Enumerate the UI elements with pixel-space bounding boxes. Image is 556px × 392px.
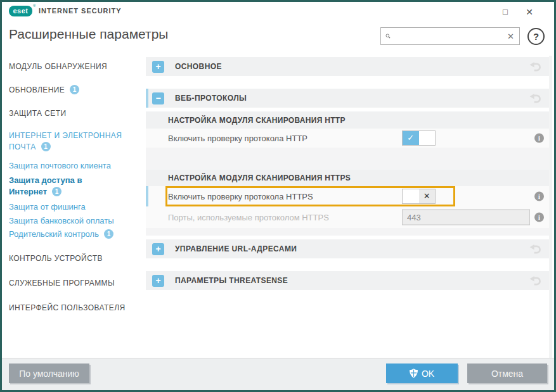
maximize-button[interactable]: □: [497, 5, 514, 19]
uac-shield-icon: [410, 369, 418, 378]
search-box: ✕: [380, 27, 520, 45]
section-threatsense[interactable]: + ПАРАМЕТРЫ THREATSENSE: [146, 271, 549, 290]
sidebar-item-network-protection[interactable]: ЗАЩИТА СЕТИ: [9, 108, 136, 119]
search-icon: [385, 31, 391, 41]
setting-label: Включить проверку протокола HTTPS: [168, 192, 313, 201]
section-title: ОСНОВНОЕ: [175, 62, 222, 71]
notification-badge: 1: [41, 142, 51, 151]
help-icon[interactable]: ?: [527, 28, 545, 45]
revert-icon[interactable]: [529, 244, 541, 254]
scrollbar-track: [549, 56, 552, 358]
section-web-protocols[interactable]: − ВЕБ-ПРОТОКОЛЫ: [146, 89, 549, 108]
ok-button-label: OK: [422, 369, 434, 379]
title-bar: eset ® INTERNET SECURITY □ ✕: [2, 2, 554, 20]
http-scanner-subheader: НАСТРОЙКА МОДУЛЯ СКАНИРОВАНИЯ HTTP: [146, 111, 549, 129]
notification-badge: 1: [104, 229, 113, 239]
sidebar-item-tools[interactable]: СЛУЖЕБНЫЕ ПРОГРАММЫ: [9, 277, 136, 289]
default-button[interactable]: По умолчанию: [9, 364, 89, 383]
section-url-management[interactable]: + УПРАВЛЕНИЕ URL-АДРЕСАМИ: [146, 239, 549, 258]
section-spacer: [146, 228, 549, 236]
info-icon[interactable]: i: [534, 134, 544, 143]
section-spacer: [146, 148, 549, 170]
sidebar-item-parental-control[interactable]: Родительский контроль1: [9, 229, 136, 240]
subheader-title: НАСТРОЙКА МОДУЛЯ СКАНИРОВАНИЯ HTTPS: [168, 174, 351, 182]
sidebar-item-detection-engine[interactable]: МОДУЛЬ ОБНАРУЖЕНИЯ: [9, 61, 136, 72]
section-title: УПРАВЛЕНИЕ URL-АДРЕСАМИ: [175, 244, 297, 253]
product-name: INTERNET SECURITY: [39, 7, 122, 15]
sidebar-item-antiphishing[interactable]: Защита от фишинга: [9, 201, 136, 213]
sidebar-item-label: ИНТЕРНЕТ И ЭЛЕКТРОННАЯ ПОЧТА: [9, 131, 122, 151]
cross-icon: ✕: [419, 189, 436, 203]
sidebar-item-banking-protection[interactable]: Защита банковской оплаты: [9, 215, 136, 227]
clear-search-icon[interactable]: ✕: [507, 32, 514, 41]
registered-trademark-icon: ®: [33, 4, 36, 8]
sidebar-item-label: Защита доступа в Интернет: [9, 175, 82, 196]
notification-badge: 1: [52, 187, 61, 196]
sidebar-item-label: СЛУЖЕБНЫЕ ПРОГРАММЫ: [9, 279, 115, 288]
https-toggle-switch[interactable]: ✕: [402, 189, 436, 204]
sidebar-item-label: Защита от фишинга: [9, 202, 86, 212]
revert-icon[interactable]: [529, 62, 541, 72]
sidebar-item-label: ОБНОВЛЕНИЕ: [9, 85, 65, 94]
revert-icon[interactable]: [529, 276, 541, 286]
setting-label: Включить проверку протокола HTTP: [168, 134, 307, 143]
sidebar-item-label: ЗАЩИТА СЕТИ: [9, 109, 66, 118]
sidebar-item-label: Защита почтового клиента: [9, 161, 111, 170]
focus-accent: [146, 186, 148, 206]
sidebar-item-label: ИНТЕРФЕЙС ПОЛЬЗОВАТЕЛЯ: [9, 303, 125, 312]
sidebar-item-user-interface[interactable]: ИНТЕРФЕЙС ПОЛЬЗОВАТЕЛЯ: [9, 302, 136, 313]
sidebar-item-label: МОДУЛЬ ОБНАРУЖЕНИЯ: [9, 62, 107, 71]
eset-settings-window: eset ® INTERNET SECURITY □ ✕ Расширенные…: [0, 0, 556, 392]
search-input[interactable]: [393, 28, 505, 44]
sidebar-item-web-and-email[interactable]: ИНТЕРНЕТ И ЭЛЕКТРОННАЯ ПОЧТА1: [9, 130, 136, 153]
sidebar-item-update[interactable]: ОБНОВЛЕНИЕ1: [9, 84, 136, 96]
revert-icon[interactable]: [529, 94, 541, 103]
sidebar-item-label: КОНТРОЛЬ УСТРОЙСТВ: [9, 254, 103, 263]
expand-icon[interactable]: +: [152, 61, 164, 73]
close-button[interactable]: ✕: [521, 5, 538, 19]
check-icon: ✓: [403, 131, 419, 145]
focus-accent: [146, 89, 148, 108]
expand-icon[interactable]: +: [152, 275, 164, 287]
ok-button[interactable]: OK: [386, 364, 458, 383]
section-title: ВЕБ-ПРОТОКОЛЫ: [175, 94, 247, 103]
cancel-button[interactable]: Отмена: [467, 364, 547, 383]
sidebar-item-email-client-protection[interactable]: Защита почтового клиента: [9, 160, 136, 172]
subheader-title: НАСТРОЙКА МОДУЛЯ СКАНИРОВАНИЯ HTTP: [168, 116, 346, 125]
http-toggle-row: Включить проверку протокола HTTP ✓ i: [146, 129, 549, 148]
sidebar-item-device-control[interactable]: КОНТРОЛЬ УСТРОЙСТВ: [9, 253, 136, 264]
info-icon[interactable]: i: [534, 213, 544, 222]
https-scanner-subheader: НАСТРОЙКА МОДУЛЯ СКАНИРОВАНИЯ HTTPS: [146, 170, 549, 186]
section-basic[interactable]: + ОСНОВНОЕ: [146, 57, 549, 76]
section-title: ПАРАМЕТРЫ THREATSENSE: [175, 276, 288, 285]
setting-label: Порты, используемые протоколом HTTPS: [168, 213, 329, 222]
eset-logo: eset: [9, 6, 32, 16]
notification-badge: 1: [70, 85, 79, 94]
sidebar-item-label: Родительский контроль: [9, 229, 99, 239]
https-ports-input[interactable]: [402, 210, 530, 225]
https-toggle-row: Включить проверку протокола HTTPS ✕ i: [146, 186, 549, 206]
info-icon[interactable]: i: [534, 192, 544, 201]
sidebar-item-label: Защита банковской оплаты: [9, 216, 114, 225]
expand-icon[interactable]: +: [152, 243, 164, 255]
page-title: Расширенные параметры: [9, 27, 168, 42]
http-toggle-switch[interactable]: ✓: [402, 130, 436, 146]
footer-bar: По умолчанию OK Отмена: [2, 358, 554, 390]
https-ports-row: Порты, используемые протоколом HTTPS i: [146, 206, 549, 228]
collapse-icon[interactable]: −: [152, 92, 164, 104]
sidebar-item-web-access-protection[interactable]: Защита доступа в Интернет1: [9, 175, 120, 198]
